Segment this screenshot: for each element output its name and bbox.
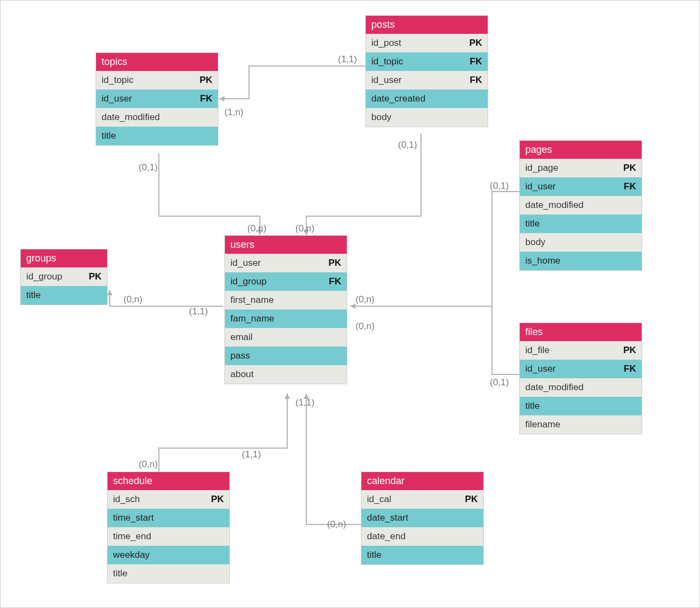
table-row: first_name <box>225 291 347 309</box>
entity-title: topics <box>102 56 127 67</box>
field-key: FK <box>329 276 341 287</box>
field-name: time_start <box>113 512 154 523</box>
cardinality-label: (0,n) <box>355 321 375 332</box>
cardinality-label: (0,n) <box>295 223 315 234</box>
table-row: fam_name <box>225 309 347 328</box>
cardinality-label: (0,1) <box>490 377 509 388</box>
field-name: email <box>230 332 253 343</box>
entity-calendar[interactable]: calendar id_calPK date_start date_end ti… <box>361 472 484 565</box>
cardinality-label: (1,1) <box>242 449 261 460</box>
table-row: date_start <box>361 509 483 527</box>
field-name: filename <box>525 419 560 430</box>
table-row: title <box>108 564 229 583</box>
table-row: date_modified <box>520 378 642 397</box>
entity-users[interactable]: users id_userPK id_groupFK first_name fa… <box>224 235 347 384</box>
field-name: body <box>525 237 545 248</box>
cardinality-label: (0,n) <box>247 223 266 234</box>
table-row: is_home <box>520 252 642 270</box>
table-row: id_userPK <box>225 254 347 272</box>
table-row: id_calPK <box>361 490 483 509</box>
entity-header: files <box>520 323 642 341</box>
table-row: date_modified <box>96 108 218 127</box>
field-name: time_end <box>113 531 151 542</box>
entity-title: posts <box>371 19 395 30</box>
cardinality-label: (0,n) <box>123 294 143 305</box>
entity-header: schedule <box>108 472 229 490</box>
field-key: PK <box>623 163 636 174</box>
field-name: id_user <box>102 93 132 104</box>
entity-pages[interactable]: pages id_pagePK id_userFK date_modified … <box>519 140 642 271</box>
entity-topics[interactable]: topics id_topicPK id_userFK date_modifie… <box>96 52 218 146</box>
field-name: about <box>230 369 254 380</box>
entity-header: users <box>225 236 347 254</box>
field-name: date_modified <box>102 112 160 123</box>
table-row: body <box>520 233 642 252</box>
field-name: first_name <box>230 295 274 306</box>
field-name: title <box>113 568 127 579</box>
field-name: title <box>525 218 539 229</box>
table-row: filename <box>520 415 642 434</box>
field-name: date_end <box>367 531 406 542</box>
table-row: title <box>520 214 642 233</box>
cardinality-label: (0,n) <box>139 459 158 470</box>
field-name: id_sch <box>113 494 140 505</box>
field-name: date_start <box>367 512 408 523</box>
field-name: id_cal <box>367 494 391 505</box>
field-name: title <box>367 550 381 561</box>
table-row: pass <box>225 347 347 365</box>
field-key: FK <box>624 181 636 192</box>
table-row: title <box>21 286 107 305</box>
field-key: FK <box>200 93 212 104</box>
table-row: time_start <box>108 509 229 527</box>
field-name: date_created <box>371 93 425 104</box>
field-name: body <box>371 112 391 123</box>
entity-files[interactable]: files id_filePK id_userFK date_modified … <box>519 323 642 434</box>
entity-title: pages <box>525 144 552 155</box>
cardinality-label: (1,n) <box>224 107 244 118</box>
field-key: PK <box>211 494 224 505</box>
field-key: FK <box>624 363 636 374</box>
field-key: PK <box>328 258 341 269</box>
entity-groups[interactable]: groups id_groupPK title <box>20 249 108 305</box>
cardinality-label: (0,1) <box>398 140 417 151</box>
entity-header: groups <box>21 249 107 267</box>
table-row: about <box>225 365 347 384</box>
cardinality-label: (0,n) <box>355 294 375 305</box>
field-name: pass <box>230 350 250 361</box>
table-row: date_created <box>366 90 488 108</box>
field-name: id_group <box>26 271 62 282</box>
field-key: PK <box>623 345 636 356</box>
field-name: title <box>26 290 40 301</box>
table-row: title <box>361 546 483 564</box>
field-key: PK <box>88 271 102 282</box>
table-row: id_postPK <box>366 34 488 52</box>
table-row: id_groupPK <box>21 267 107 286</box>
table-row: id_userFK <box>520 360 642 378</box>
table-row: id_userFK <box>96 90 218 108</box>
entity-schedule[interactable]: schedule id_schPK time_start time_end we… <box>107 472 230 583</box>
field-name: date_modified <box>525 382 584 393</box>
cardinality-label: (0,n) <box>327 519 346 530</box>
table-row: id_groupFK <box>225 272 347 291</box>
field-name: id_user <box>371 75 402 86</box>
field-key: PK <box>469 38 482 49</box>
table-row: id_filePK <box>520 341 642 360</box>
table-row: time_end <box>108 527 229 546</box>
field-name: id_post <box>371 38 401 49</box>
field-key: PK <box>465 494 478 505</box>
table-row: id_userFK <box>520 177 642 196</box>
table-row: id_userFK <box>366 71 488 90</box>
entity-header: pages <box>520 141 642 159</box>
field-name: date_modified <box>525 200 584 211</box>
cardinality-label: (1,1) <box>295 397 315 408</box>
table-row: body <box>366 108 488 127</box>
field-name: id_topic <box>102 75 134 86</box>
table-row: id_topicPK <box>96 71 218 90</box>
field-name: id_topic <box>371 56 404 67</box>
entity-header: calendar <box>361 472 483 490</box>
entity-posts[interactable]: posts id_postPK id_topicFK id_userFK dat… <box>365 15 488 127</box>
field-name: id_page <box>525 163 559 174</box>
field-name: fam_name <box>230 313 274 324</box>
table-row: id_topicFK <box>366 52 488 71</box>
field-name: id_group <box>230 276 266 287</box>
